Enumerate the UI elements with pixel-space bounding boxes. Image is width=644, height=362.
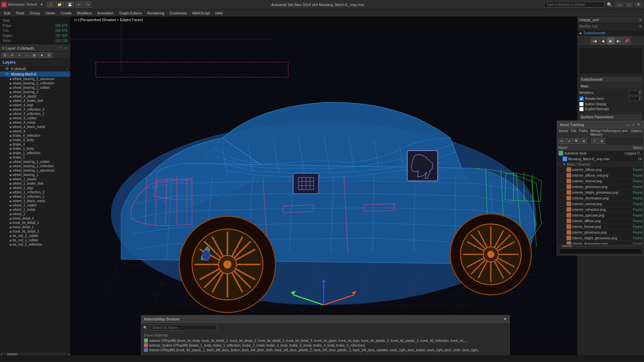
list-item[interactable]: ◆tie_rod_2_reflection [0,242,70,247]
list-item[interactable]: ◆brake_4_body [0,138,70,142]
layer-close-btn[interactable]: ✕ [63,46,68,50]
modifier-dropdown-icon[interactable]: ▼ [639,24,642,28]
asset-tracking-content[interactable]: Autodesk Vault Logged O... Mustang_Mach-… [557,150,644,244]
list-item[interactable]: ◆wheel_1_reflection_2 [0,190,70,194]
list-item[interactable]: ◆wheel_1_brake_disk [0,181,70,186]
list-item[interactable]: ◆trunk_lid_detail_3 [0,229,70,234]
layer-move-btn[interactable]: ↕ [23,52,30,58]
list-item[interactable]: ◆wheel_1_logo [0,186,70,190]
maximize-btn[interactable]: □ [625,2,633,7]
scroll-left-arrow[interactable]: ◀ [0,353,2,356]
list-item[interactable]: ◆wheel_1_plastic [0,177,70,181]
list-item[interactable]: ◆brake_1 [0,155,70,160]
viewport[interactable]: [+] [Perspective] [Shaded + Edged Faces] [70,17,577,355]
at-menu-file[interactable]: File [571,129,576,136]
redo-btn[interactable]: ↪ [84,2,92,7]
rp-btn-1[interactable]: |◀ [591,37,598,45]
layer-list[interactable]: ⊞ 0 (default) ✓ ⊟ Mustang-Mach-E ◆wheel_… [0,66,70,353]
list-item[interactable]: exterior_illumination.png Found [557,195,644,201]
layer-delete-btn[interactable]: ✕ [9,52,15,58]
layer-help-btn[interactable]: ? [59,46,63,50]
list-item[interactable]: ◆wheel_1 [0,212,70,216]
scroll-track[interactable] [4,353,66,355]
at-scroll[interactable] [557,244,644,247]
list-item[interactable]: exterior_hilight_glossiness.png Found [557,190,644,195]
menu-modifiers[interactable]: Modifiers [74,10,95,16]
list-item[interactable]: ◆brake_4 [0,142,70,146]
close-btn[interactable]: ✕ [634,2,643,7]
menu-views[interactable]: Views [43,10,58,16]
at-tb-find[interactable]: 🔍 [573,138,580,144]
at-menu-options[interactable]: Options [631,129,642,136]
menu-help[interactable]: Help [213,10,226,16]
list-item[interactable]: ◆wheel_4_brake_disk [0,99,70,103]
list-item[interactable]: ◆brake_4_reflection [0,133,70,138]
list-item[interactable]: exterior_diffuse_red.png Found [557,173,644,178]
ts-isoline-check[interactable] [579,102,584,106]
layer-settings-btn[interactable]: ⊟ [46,52,52,58]
rp-btn-4[interactable]: ▶| [615,37,623,45]
rp-btn-3[interactable]: ▶ [607,37,614,45]
at-menu-paths[interactable]: Paths [579,129,588,136]
mat-item-brakes[interactable]: exterior_brakes (VRayMtl) [brake_1_body,… [144,343,507,348]
menu-rendering[interactable]: Rendering [145,10,167,16]
ts-explicit-check[interactable] [579,107,584,111]
list-item[interactable]: ◆wheel_4_plastic [0,94,70,99]
menu-animation[interactable]: Animation [95,10,116,16]
list-item[interactable]: ◆wheel_bearing_1_rubber [0,160,70,164]
list-item[interactable]: exterior_glossiness.png Found [557,184,644,190]
rp-btn-pin[interactable]: 📌 [623,37,631,45]
list-item[interactable]: ◆wheel_bearing_2_reflection [0,81,70,85]
list-item[interactable]: ◆wheel_1_metal [0,207,70,212]
layer-list-scroll[interactable]: ◀ ▶ [0,353,70,355]
list-item[interactable]: exterior_refraction.png Found [557,207,644,213]
new-scene-btn[interactable]: □ [47,2,54,7]
scroll-thumb[interactable] [7,353,17,355]
save-btn[interactable]: 💾 [65,2,74,7]
scroll-right-arrow[interactable]: ▶ [68,353,70,356]
list-item[interactable]: ◆tie_rod_1_rubber [0,238,70,242]
at-path-input[interactable] [559,248,642,254]
at-scroll-track[interactable] [558,245,642,247]
list-item[interactable]: ◆wheel_bearing_1 [0,173,70,177]
ts-render-iters-input[interactable] [629,96,642,101]
menu-edit[interactable]: Edit [1,10,13,16]
at-maps-group[interactable]: Maps / Shaders [557,162,644,167]
list-item[interactable]: ◆trunk_lid_detail_2 [0,221,70,225]
at-maximize-btn[interactable]: □ [631,122,635,127]
rp-btn-2[interactable]: ◀ [599,37,606,45]
list-item[interactable]: ◆wheel_4_reflection_1 [0,112,70,116]
minimize-btn[interactable]: — [615,2,624,7]
layer-menu-btn[interactable]: ☰ [1,52,8,58]
layer-expand-btn[interactable]: ⊞ [31,52,38,58]
at-scroll-thumb[interactable] [562,245,572,247]
list-item[interactable]: ◆brake_1_reflection [0,151,70,155]
at-row-vault[interactable]: Autodesk Vault Logged O... [557,150,644,156]
menu-tools[interactable]: Tools [13,10,27,16]
menu-maxscript[interactable]: MAXScript [190,10,213,16]
menu-group[interactable]: Group [27,10,43,16]
ts-render-iters-check[interactable] [579,97,584,101]
list-item[interactable]: exterior_specular.png Found [557,213,644,218]
mat-search-input[interactable] [150,325,217,330]
list-item[interactable]: ◆wheel_bearing_2 [0,90,70,94]
modifier-item[interactable]: ◆ TurboSmooth [577,30,644,36]
list-item[interactable]: ◆hood_detail_4 [0,216,70,221]
menu-customize[interactable]: Customize [167,10,190,16]
at-tb-refresh[interactable]: ↻ [558,138,565,144]
list-item[interactable]: interior_glossiness.png Found [557,230,644,235]
layer-item-mustang[interactable]: ⊟ Mustang-Mach-E [0,71,70,77]
list-item[interactable]: ◆wheel_bearing_2_aluminum [0,77,70,81]
list-item[interactable]: ◆wheel_bearing_1_reflection [0,164,70,168]
mat-browser-close-btn[interactable]: ✕ [503,317,507,321]
at-tb-settings[interactable]: ⚙ [598,138,605,144]
list-item[interactable]: ◆wheel_4_black_metal [0,125,70,129]
at-tb-list[interactable]: ≡ [566,138,573,144]
layer-item-0-default[interactable]: ⊞ 0 (default) ✓ [0,66,70,71]
list-item[interactable]: ◆wheel_4_rubber [0,116,70,120]
mat-item-interior[interactable]: interior (VRayMtl) [trunk_lid_plastic_1,… [144,348,507,352]
mat-item-exterior[interactable]: exterior (VRayMtl) [trunk_lid_body, trun… [144,338,507,343]
keyword-search[interactable] [544,2,604,7]
list-item[interactable]: ◆wheel_1_black_metal [0,199,70,203]
undo-btn[interactable]: ↩ [75,2,83,7]
